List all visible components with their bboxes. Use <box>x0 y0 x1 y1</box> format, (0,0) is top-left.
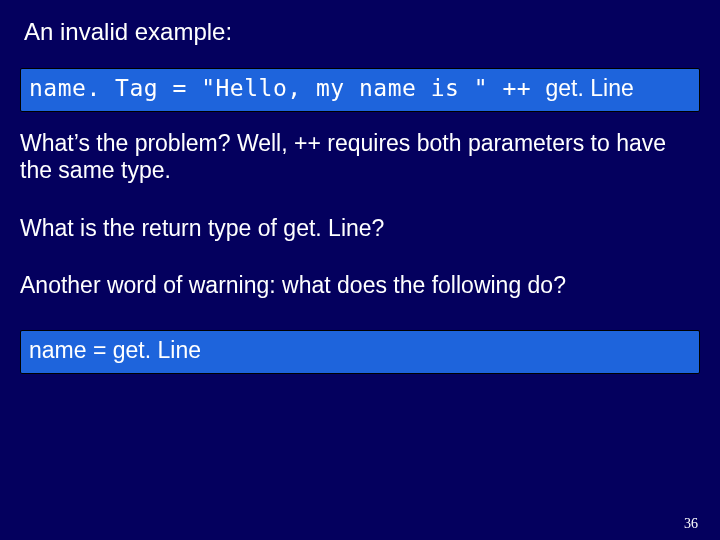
page-number: 36 <box>684 516 698 532</box>
code1-monospace-part: name. Tag = "Hello, my name is " ++ <box>29 75 546 101</box>
paragraph-2: What is the return type of get. Line? <box>20 215 700 243</box>
code-example-1: name. Tag = "Hello, my name is " ++ get.… <box>20 68 700 112</box>
code-example-2: name = get. Line <box>20 330 700 374</box>
code2-text: name = get. Line <box>29 337 201 363</box>
code1-sans-part: get. Line <box>546 75 634 101</box>
paragraph-1: What’s the problem? Well, ++ requires bo… <box>20 130 700 185</box>
paragraph-3: Another word of warning: what does the f… <box>20 272 700 300</box>
slide: An invalid example: name. Tag = "Hello, … <box>0 0 720 540</box>
slide-title: An invalid example: <box>24 18 700 46</box>
